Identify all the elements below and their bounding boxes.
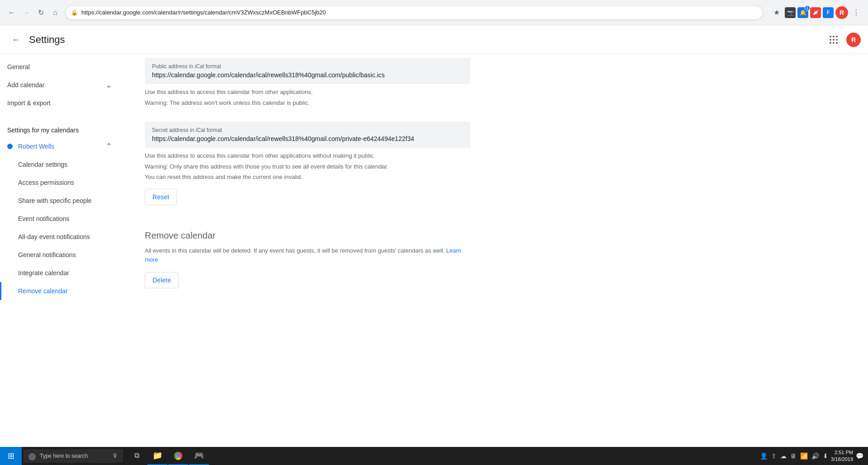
sidebar-item-import-export[interactable]: Import & export (0, 94, 119, 112)
expand-icon: ⌄ (105, 80, 112, 90)
address-bar[interactable]: 🔒 https://calendar.google.com/calendar/r… (65, 5, 763, 20)
sidebar-calendar-robert-wells[interactable]: Robert Wells ⌃ (0, 137, 119, 155)
tray-notification-icon[interactable]: 💬 (855, 451, 864, 460)
tray-people-icon[interactable]: 👤 (759, 451, 768, 460)
sub-nav-integrate-calendar[interactable]: Integrate calendar (0, 264, 119, 282)
secret-ical-box: Secret address in iCal format https://ca… (145, 122, 470, 148)
header-actions: R (825, 31, 861, 49)
star-button[interactable]: ★ (770, 6, 783, 19)
browser-avatar[interactable]: R (835, 6, 848, 19)
forward-button[interactable]: → (20, 6, 33, 19)
windows-icon: ⊞ (8, 451, 14, 461)
public-info1: Use this address to access this calendar… (145, 88, 850, 97)
secret-ical-section: Secret address in iCal format https://ca… (145, 122, 850, 205)
ext-dark-icon[interactable]: 📷 (785, 7, 796, 18)
tray-wifi-icon[interactable]: 📶 (799, 451, 809, 460)
sidebar: General Add calendar ⌄ Import & export S… (0, 54, 127, 465)
taskbar-app-steam[interactable]: 🎮 (189, 447, 209, 465)
search-circle-icon: ⬤ (28, 452, 36, 460)
sidebar-item-add-calendar[interactable]: Add calendar ⌄ (0, 76, 119, 94)
public-warning: Warning: The address won't work unless t… (145, 99, 850, 108)
home-button[interactable]: ⌂ (49, 6, 62, 19)
svg-point-3 (177, 454, 180, 457)
sub-nav-allday-notifications[interactable]: All-day event notifications (0, 228, 119, 246)
taskbar: ⊞ ⬤ Type here to search 🎙 ⧉ 📁 🎮 (0, 447, 868, 465)
taskbar-time: 2:51 PM 3/18/2019 (831, 449, 853, 463)
apps-grid-icon (830, 36, 838, 44)
start-button[interactable]: ⊞ (0, 447, 22, 465)
secret-warning2: You can reset this address and make the … (145, 173, 850, 182)
menu-button[interactable]: ⋮ (850, 6, 863, 19)
user-avatar[interactable]: R (846, 33, 861, 47)
sub-nav-general-notifications[interactable]: General notifications (0, 246, 119, 264)
ext-red-icon[interactable]: 🌶 (810, 7, 821, 18)
remove-calendar-section: Remove calendar All events in this calen… (145, 220, 850, 289)
app-body: General Add calendar ⌄ Import & export S… (0, 54, 868, 465)
browser-actions: ★ 📷 🔔 1 🌶 F R ⋮ (770, 6, 863, 19)
sidebar-item-general[interactable]: General (0, 58, 119, 76)
url-text: https://calendar.google.com/calendar/r/s… (81, 9, 757, 16)
search-placeholder: Type here to search (40, 453, 88, 459)
app-header: ← Settings R (0, 25, 868, 54)
secret-info1: Use this address to access this calendar… (145, 151, 850, 160)
browser-chrome: ← → ↻ ⌂ 🔒 https://calendar.google.com/ca… (0, 0, 868, 25)
app-back-button[interactable]: ← (7, 31, 25, 49)
remove-calendar-title: Remove calendar (145, 230, 850, 241)
app-title: Settings (29, 34, 825, 46)
nav-buttons: ← → ↻ ⌂ (5, 6, 62, 19)
taskbar-search[interactable]: ⬤ Type here to search 🎙 (24, 449, 123, 463)
back-button[interactable]: ← (5, 6, 18, 19)
taskbar-app-task-view[interactable]: ⧉ (127, 447, 147, 465)
ext-fblue-icon[interactable]: F (823, 7, 834, 18)
mic-icon: 🎙 (112, 452, 119, 460)
taskbar-app-explorer[interactable]: 📁 (147, 447, 167, 465)
taskbar-apps: ⧉ 📁 🎮 (127, 447, 209, 465)
reset-button[interactable]: Reset (145, 189, 177, 205)
tray-volume-icon[interactable]: 🔊 (811, 451, 820, 460)
calendar-name: Robert Wells (18, 143, 105, 150)
secret-warning1: Warning: Only share this address with th… (145, 162, 850, 171)
public-ical-label: Public address in iCal format (152, 63, 463, 70)
tray-download-icon[interactable]: ⬇ (822, 451, 829, 460)
taskbar-app-chrome[interactable] (168, 447, 188, 465)
sub-nav-share-people[interactable]: Share with specific people (0, 192, 119, 210)
my-calendars-label: Settings for my calendars (0, 119, 127, 137)
public-ical-box: Public address in iCal format https://ca… (145, 58, 470, 84)
delete-button[interactable]: Delete (145, 272, 179, 288)
calendar-color-dot (7, 144, 13, 149)
tray-cloud-icon[interactable]: ☁ (779, 451, 787, 460)
ext-blue-icon[interactable]: 🔔 1 (797, 7, 808, 18)
apps-grid-button[interactable] (825, 31, 843, 49)
reload-button[interactable]: ↻ (34, 6, 47, 19)
lock-icon: 🔒 (71, 9, 78, 16)
sub-nav-access-permissions[interactable]: Access permissions (0, 174, 119, 192)
secret-ical-label: Secret address in iCal format (152, 127, 463, 133)
sub-nav-calendar-settings[interactable]: Calendar settings (0, 155, 119, 174)
tray-up-icon[interactable]: ⇧ (770, 451, 778, 460)
calendar-collapse-icon: ⌃ (105, 141, 112, 151)
secret-ical-url: https://calendar.google.com/calendar/ica… (152, 135, 463, 142)
main-content: Public address in iCal format https://ca… (127, 54, 868, 465)
remove-calendar-desc: All events in this calendar will be dele… (145, 246, 470, 265)
public-ical-section: Public address in iCal format https://ca… (145, 58, 850, 107)
tray-monitor-icon[interactable]: 🖥 (789, 451, 797, 460)
sub-nav-event-notifications[interactable]: Event notifications (0, 210, 119, 228)
public-ical-url: https://calendar.google.com/calendar/ica… (152, 71, 463, 79)
sub-nav-remove-calendar[interactable]: Remove calendar (0, 282, 119, 300)
taskbar-tray: 👤 ⇧ ☁ 🖥 📶 🔊 ⬇ 2:51 PM 3/18/2019 💬 (755, 449, 868, 463)
